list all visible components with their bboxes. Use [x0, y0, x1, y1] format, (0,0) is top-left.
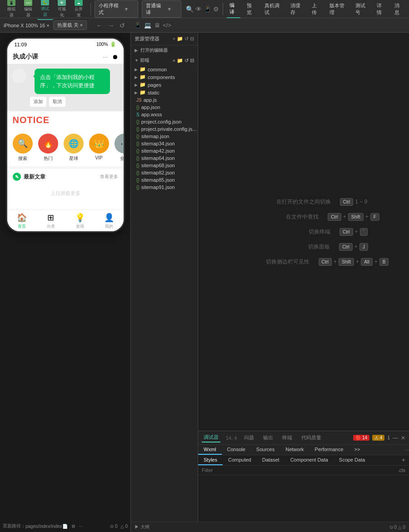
- tab-clearcache[interactable]: 清缓存: [288, 0, 306, 18]
- file-appwxss[interactable]: S app.wxss: [131, 111, 198, 118]
- style-tab-componentdata[interactable]: Component Data: [285, 455, 334, 465]
- file-sitemap[interactable]: {} sitemap.json: [131, 133, 198, 140]
- file-sitemap34[interactable]: {} sitemap34.json: [131, 140, 198, 147]
- settings-icon[interactable]: ⚙: [213, 5, 219, 13]
- compile-dropdown[interactable]: 普通编译 ▼: [142, 0, 181, 18]
- frontend-collapse[interactable]: ⊟: [190, 58, 194, 64]
- file-icon-appjson: {}: [136, 105, 140, 110]
- battery-icon: 🔋: [110, 41, 116, 47]
- folder-static[interactable]: ▶ 📁 static: [131, 89, 198, 96]
- frontend-add-file[interactable]: +: [173, 58, 175, 64]
- icon-all[interactable]: ⋯ 全部: [115, 134, 125, 162]
- nav-mine[interactable]: 👤 我的: [95, 213, 124, 229]
- mode-dropdown[interactable]: 小程序模式 ▼: [95, 0, 139, 18]
- icon-hot[interactable]: 🔥 热门: [38, 134, 58, 162]
- nav-category[interactable]: ⊞ 分类: [36, 213, 65, 229]
- record-icon[interactable]: ⏺: [112, 53, 118, 60]
- hotreload-btn[interactable]: 热重载 关 ×: [53, 20, 87, 30]
- devtools-tab-output[interactable]: 输出: [261, 433, 275, 442]
- tab-versionmgr[interactable]: 版本管理: [327, 0, 349, 18]
- file-projectconfig[interactable]: {} project.config.json: [131, 118, 198, 125]
- devtools-subtab-wxml[interactable]: Wxml: [198, 445, 222, 455]
- file-sitemap85[interactable]: {} sitemap85.json: [131, 176, 198, 184]
- editor-area: 在打开的文件之间切换 Ctrl 1 ~ 9 在文件中查找 Ctrl + Shif…: [198, 33, 409, 522]
- tab-preview[interactable]: 预览: [244, 0, 258, 18]
- devtools-minimize[interactable]: —: [393, 435, 398, 441]
- view-icons: 📱 💻 🖥 </>: [134, 22, 171, 29]
- devtools-subtab-performance[interactable]: Performance: [309, 445, 349, 455]
- file-projectprivate[interactable]: {} project.private.config.js...: [131, 125, 198, 133]
- path-more[interactable]: ···: [79, 524, 83, 529]
- tab-upload[interactable]: 上传: [309, 0, 323, 18]
- code-view-icon[interactable]: </>: [163, 22, 171, 29]
- style-tab-styles[interactable]: Styles: [198, 455, 223, 465]
- file-sitemap64[interactable]: {} sitemap64.json: [131, 154, 198, 162]
- style-tab-computed[interactable]: Computed: [223, 455, 257, 465]
- file-sitemap68[interactable]: {} sitemap68.json: [131, 162, 198, 169]
- tab-cloud[interactable]: ☁ 云开发: [71, 0, 87, 20]
- tab-message[interactable]: 消息: [392, 0, 405, 18]
- devtools-subtab-network[interactable]: Network: [280, 445, 309, 455]
- back-icon[interactable]: ←: [94, 21, 104, 30]
- icon-search[interactable]: 🔍 搜索: [13, 134, 33, 162]
- devtools-sub-more[interactable]: ···: [405, 447, 409, 452]
- fm-refresh[interactable]: ↺: [185, 36, 189, 42]
- desktop-view-icon[interactable]: 🖥: [154, 22, 160, 29]
- tab-realtest[interactable]: 真机调试: [262, 0, 284, 18]
- latest-more[interactable]: 查看更多: [100, 174, 118, 180]
- more-icon[interactable]: ···: [103, 53, 108, 60]
- file-sitemap42[interactable]: {} sitemap42.json: [131, 147, 198, 154]
- tab-editor[interactable]: </> 编辑器: [20, 0, 36, 20]
- devtools-tab-issues[interactable]: 问题: [242, 433, 256, 442]
- frontend-refresh[interactable]: ↺: [185, 58, 189, 64]
- file-appjs[interactable]: JS app.js: [131, 96, 198, 104]
- search-icon[interactable]: 🔍: [186, 5, 194, 13]
- tab-simulator[interactable]: 📱 模拟器: [4, 0, 20, 20]
- folder-pages[interactable]: ▶ 📁 pages: [131, 81, 198, 89]
- add-btn[interactable]: 添加: [30, 97, 46, 107]
- devtools-close[interactable]: ✕: [401, 435, 405, 441]
- tablet-view-icon[interactable]: 💻: [144, 22, 151, 29]
- tab-debugger[interactable]: 🐛 调试器: [37, 0, 53, 20]
- folder-components[interactable]: ▶ 📁 components: [131, 73, 198, 81]
- devtools-subtab-sources[interactable]: Sources: [251, 445, 280, 455]
- style-tab-scopedata[interactable]: Scope Data: [334, 455, 370, 465]
- mine-label: 我的: [105, 224, 113, 229]
- file-sitemap91[interactable]: {} sitemap91.json: [131, 184, 198, 191]
- icon-vip[interactable]: 👑 VIP: [89, 134, 109, 162]
- fm-new-folder[interactable]: 📁: [177, 36, 183, 42]
- icon-planet[interactable]: 🌐 星球: [64, 134, 84, 162]
- filter-input[interactable]: [202, 467, 398, 473]
- tab-visualize[interactable]: 👁 可视化: [54, 0, 70, 20]
- tab-testnum[interactable]: 测试号: [353, 0, 371, 18]
- path-settings[interactable]: ⚙: [71, 524, 75, 529]
- tab-compile[interactable]: 编译: [227, 0, 240, 18]
- phone-view-icon[interactable]: 📱: [134, 22, 141, 29]
- nav-discover[interactable]: 💡 发现: [65, 213, 95, 229]
- style-tab-dataset[interactable]: Dataset: [257, 455, 285, 465]
- fm-new-file[interactable]: +: [173, 36, 175, 42]
- refresh-icon[interactable]: ↺: [118, 21, 127, 30]
- file-sitemap82[interactable]: {} sitemap82.json: [131, 169, 198, 176]
- devtools-subtab-console[interactable]: Console: [222, 445, 251, 455]
- tab-details[interactable]: 详情: [374, 0, 388, 18]
- key-ctrl-3: Ctrl: [339, 228, 353, 236]
- chat-bubble-container: 点击「添加到我的小程序」，下次访问更便捷 添加 取消: [30, 69, 119, 107]
- folder-common[interactable]: ▶ 📁 common: [131, 65, 198, 73]
- file-appjson[interactable]: {} app.json: [131, 104, 198, 111]
- cancel-btn[interactable]: 取消: [49, 97, 65, 107]
- nav-home[interactable]: 🏠 首页: [7, 213, 36, 229]
- devtools-tab-quality[interactable]: 代码质量: [299, 433, 323, 442]
- fm-collapse[interactable]: ⊟: [190, 36, 194, 42]
- phone-icon[interactable]: 📱: [204, 5, 211, 13]
- forward-icon[interactable]: →: [106, 21, 116, 30]
- style-tab-add[interactable]: +: [398, 455, 409, 465]
- eye-icon[interactable]: 👁: [195, 5, 202, 13]
- devtools-tab-terminal[interactable]: 终端: [280, 433, 294, 442]
- frontend-add-folder[interactable]: 📁: [177, 58, 183, 64]
- filter-cls[interactable]: .cls: [398, 467, 406, 473]
- search-circle: 🔍: [13, 134, 33, 154]
- phone-panel: 11:09 100% 🔋 执成小课 ··· ⏺: [0, 33, 131, 532]
- devtools-subtab-more[interactable]: >>: [349, 445, 366, 455]
- devtools-tab-debugger[interactable]: 调试器: [202, 433, 220, 443]
